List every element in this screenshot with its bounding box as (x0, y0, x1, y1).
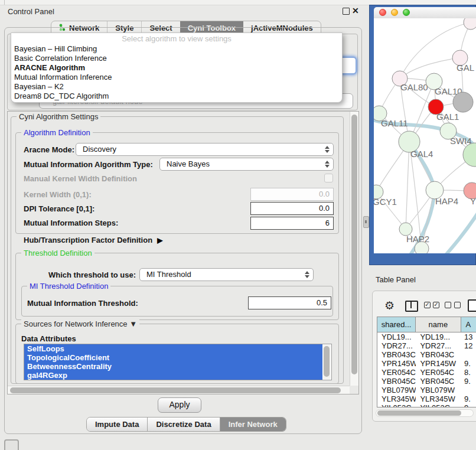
table-row[interactable]: YPR145W YPR145W 9. (377, 359, 476, 368)
network-node-label: Y (470, 196, 476, 206)
cell-value: 9. (461, 359, 476, 368)
cell-shared-name: YBR045C (377, 377, 416, 386)
attribute-item[interactable]: TopologicalCoefficient (24, 353, 322, 362)
settings-horizontal-scrollbar[interactable] (8, 386, 350, 394)
minimize-window-icon[interactable] (391, 9, 398, 16)
dpi-tolerance-label: DPI Tolerance [0,1]: (24, 204, 94, 213)
settings-vertical-scrollbar[interactable] (350, 112, 358, 386)
attribute-item[interactable]: BetweennessCentrality (24, 362, 322, 371)
cell-value: 9. (461, 394, 476, 403)
group-title: Threshold Definition (21, 249, 94, 257)
network-canvas[interactable]: GALGAL80GAL10GAL1GAL11SWI4GAL4HAP4YGCY1H… (374, 18, 476, 253)
table-row[interactable]: YDL19... YDL19... 13 (377, 332, 476, 341)
cell-name: YBR043C (416, 350, 461, 359)
cell-name: YBR045C (416, 377, 461, 386)
mi-steps-label: Mutual Information Steps: (24, 219, 118, 227)
dropdown-item[interactable]: Mutual Information Inference (11, 73, 342, 82)
kernel-width-field[interactable]: 0.0 (250, 188, 334, 201)
group-title[interactable]: Sources for Network Inference ▼ (21, 319, 139, 328)
dropdown-item[interactable]: Basic Correlation Inference (11, 54, 342, 63)
impute-data-button[interactable]: Impute Data (87, 418, 147, 431)
table-body: YDL19... YDL19... 13 YDR27... YDR27... 1… (377, 332, 476, 407)
scrollbar-thumb[interactable] (377, 410, 461, 416)
dropdown-item-list: Bayesian – Hill ClimbingBasic Correlatio… (11, 44, 342, 101)
mi-type-label: Mutual Information Algorithm Type: (24, 160, 153, 169)
network-window-titlebar[interactable] (374, 7, 476, 19)
which-threshold-value: MI Threshold (146, 270, 191, 279)
dropdown-item[interactable]: Bayesian – Hill Climbing (11, 44, 342, 54)
algorithm-dropdown: Select algorithm to view settings Bayesi… (11, 32, 343, 103)
checked-checkbox-icon[interactable]: ✓ (433, 302, 439, 308)
infer-network-button[interactable]: Infer Network (220, 418, 286, 431)
table-row[interactable]: YBR043C YBR043C (377, 350, 476, 359)
cell-name: YPR145W (416, 359, 461, 368)
close-panel-icon[interactable]: ✕ (352, 6, 359, 15)
table-horizontal-scrollbar[interactable] (376, 409, 474, 417)
cell-value: 9. (461, 377, 476, 386)
cell-shared-name: YDR27... (377, 341, 416, 350)
column-header-shared-name[interactable]: shared... (377, 317, 416, 332)
column-header-clipped[interactable]: A (461, 317, 476, 332)
aracne-mode-label: Aracne Mode: (24, 145, 74, 154)
apply-button[interactable]: Apply (158, 397, 201, 413)
data-attributes-list[interactable]: SelfLoopsTopologicalCoefficientBetweenne… (24, 344, 332, 380)
table-row[interactable]: YBL079W YBL079W (377, 386, 476, 394)
gear-icon[interactable]: ⚙ (384, 299, 395, 312)
group-title: Cyni Algorithm Settings (17, 112, 100, 121)
zoom-window-icon[interactable] (403, 9, 410, 16)
table-row[interactable]: YIL052C YIL052C 9 (377, 403, 476, 407)
dropdown-item[interactable]: Bayesian – K2 (11, 82, 342, 92)
dpi-tolerance-field[interactable]: 0.0 (250, 202, 334, 215)
network-node[interactable] (464, 18, 476, 30)
cell-name: YBL079W (416, 386, 461, 394)
attribute-item[interactable]: gal4RGexp (24, 371, 322, 380)
dropdown-item[interactable]: ARACNE Algorithm (11, 63, 342, 73)
stepper-arrows-icon (305, 271, 309, 278)
aracne-mode-combo[interactable]: Discovery (76, 143, 334, 156)
unchecked-checkbox-icon[interactable] (445, 302, 451, 308)
mi-type-value: Naive Bayes (167, 159, 210, 168)
collapse-arrow-icon: ▼ (129, 319, 137, 328)
cell-shared-name: YBR043C (377, 350, 416, 359)
discretize-data-button[interactable]: Discretize Data (147, 418, 219, 431)
scrollbar-thumb[interactable] (324, 346, 330, 377)
unchecked-checkbox-icon[interactable] (454, 302, 461, 308)
table-row[interactable]: YDR27... YDR27... 12 (377, 341, 476, 350)
kernel-width-label: Kernel Width (0,1): (24, 190, 92, 199)
scrollbar-thumb[interactable] (10, 387, 341, 393)
attribute-item[interactable]: SelfLoops (24, 344, 322, 353)
which-threshold-combo[interactable]: MI Threshold (139, 268, 314, 281)
mi-steps-field[interactable]: 6 (250, 217, 334, 230)
which-threshold-label: Which threshold to use: (48, 270, 136, 279)
network-node[interactable] (415, 242, 429, 253)
dropdown-item[interactable]: Dream8 DC_TDC Algorithm (11, 92, 342, 101)
table-row[interactable]: YBR045C YBR045C 9. (377, 377, 476, 386)
bottom-task-tabs: Impute Data Discretize Data Infer Networ… (86, 417, 286, 432)
network-node-label: GAL1 (436, 112, 459, 122)
list-vertical-scrollbar[interactable] (323, 345, 331, 379)
split-pane-handle[interactable] (363, 216, 369, 228)
table-row[interactable]: YLR345W YLR345W 9. (377, 394, 476, 403)
scrollbar-thumb[interactable] (351, 115, 357, 374)
close-window-icon[interactable] (379, 9, 386, 16)
page-icon[interactable] (468, 299, 476, 312)
panel-corner-icon[interactable] (4, 439, 19, 450)
table-header-row: shared... name A (377, 317, 476, 332)
mi-type-combo[interactable]: Naive Bayes (159, 158, 334, 171)
cell-name: YIL052C (416, 403, 461, 407)
network-node[interactable] (453, 92, 473, 112)
cell-shared-name: YIL052C (377, 403, 416, 407)
checked-checkbox-icon[interactable]: ✓ (424, 302, 431, 308)
manual-kernel-checkbox[interactable] (324, 174, 333, 182)
columns-icon[interactable] (405, 301, 418, 312)
cell-shared-name: YPR145W (377, 359, 416, 368)
mi-threshold-field[interactable]: 0.5 (248, 296, 331, 309)
hub-definition-label: Hub/Transcription Factor Definition (24, 236, 152, 244)
network-node-label: GAL4 (410, 149, 433, 159)
float-panel-icon[interactable] (343, 8, 350, 15)
hub-definition-toggle[interactable]: Hub/Transcription Factor Definition▶ (24, 236, 162, 244)
column-header-name[interactable]: name (416, 317, 461, 332)
table-row[interactable]: YER054C YER054C 8. (377, 368, 476, 377)
network-node-label: SWI4 (450, 136, 472, 146)
control-panel-title: Control Panel (8, 7, 54, 16)
